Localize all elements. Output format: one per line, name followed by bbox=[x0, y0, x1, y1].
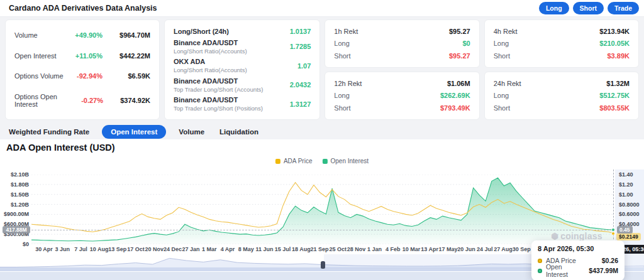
stats-cards-row: Volume +49.90% $964.70M Open Interest +1… bbox=[5, 19, 639, 120]
ratio-row: Binance ADA/USDT Top Trader Long/Short (… bbox=[165, 95, 319, 112]
rekt-short-label: Short bbox=[334, 52, 350, 60]
rekt-column-left: 1h Rekt$95.27 Long$0 Short$95.27 12h Rek… bbox=[325, 19, 479, 120]
x-axis-tick: 20 Nov bbox=[145, 246, 164, 252]
ratio-row: Long/Short (24h) 1.0137 bbox=[165, 27, 319, 36]
rekt-card-24h: 24h Rekt$1.32M Long$512.75K Short$803.55… bbox=[484, 72, 639, 120]
rekt-long-label: Long bbox=[334, 40, 349, 47]
x-axis-tick: 7 Jul bbox=[74, 246, 87, 252]
stat-change: +49.90% bbox=[75, 31, 103, 39]
ratio-row: Binance ADA/USDT Top Trader Long/Short (… bbox=[165, 77, 319, 94]
x-axis-tick: 18 Aug bbox=[292, 246, 311, 252]
y-axis-label-left: $0 bbox=[1, 241, 29, 247]
stat-value: $6.59K bbox=[103, 72, 150, 80]
y-axis-label-left: $900.00M bbox=[1, 211, 29, 217]
x-axis-tick: 3 Jun bbox=[55, 246, 70, 252]
tab-volume[interactable]: Volume bbox=[176, 125, 207, 139]
ratio-subtitle: Top Trader Long/Short (Accounts) bbox=[174, 86, 264, 94]
y-axis-label-right: $0.6000 bbox=[619, 211, 644, 217]
crosshair-horizontal bbox=[31, 230, 615, 230]
x-axis-tick: 10 Mar bbox=[402, 246, 421, 252]
legend-item-open-interest[interactable]: Open Interest bbox=[322, 158, 369, 164]
rekt-long-value: $210.05K bbox=[599, 40, 630, 47]
x-axis-tick: 30 Sep bbox=[513, 246, 531, 252]
x-axis-tick: 8 May bbox=[238, 246, 254, 252]
chart-title: ADA Open Interest (USD) bbox=[6, 143, 115, 153]
overview-stats-card: Volume +49.90% $964.70M Open Interest +1… bbox=[5, 19, 160, 120]
x-axis-tick: 11 Jun bbox=[255, 246, 273, 252]
green-dot-icon bbox=[538, 269, 542, 273]
watermark-text: coinglass bbox=[560, 231, 602, 241]
y-axis-label-left: $2.10B bbox=[1, 171, 29, 178]
rekt-total: $1.32M bbox=[606, 80, 630, 87]
tab-weighted-funding-rate[interactable]: Weighted Funding Rate bbox=[6, 125, 92, 139]
rekt-column-right: 4h Rekt$213.94K Long$210.05K Short$3.89K… bbox=[484, 19, 639, 120]
plot-area[interactable] bbox=[31, 175, 614, 244]
tooltip-value: $0.26 bbox=[602, 257, 618, 264]
y-axis-label-right: $1.20 bbox=[619, 181, 644, 188]
ratio-value: 1.3127 bbox=[290, 100, 311, 108]
x-axis-tick: 1 Jan bbox=[367, 246, 382, 252]
chart-panel: ADA Open Interest (USD) ADA Price Open I… bbox=[0, 139, 644, 272]
rekt-title: 24h Rekt bbox=[494, 80, 521, 87]
legend-swatch-yellow-icon bbox=[275, 159, 280, 164]
x-axis-tick: 24 Jul bbox=[477, 246, 493, 252]
tab-liquidation[interactable]: Liquidation bbox=[217, 125, 261, 139]
x-axis-tick: 20 Jun bbox=[457, 246, 475, 252]
rekt-long-label: Long bbox=[494, 40, 509, 47]
ratio-value: 2.0432 bbox=[290, 81, 311, 89]
stat-label: Open Interest bbox=[14, 52, 57, 60]
stat-row-volume: Volume +49.90% $964.70M bbox=[6, 31, 159, 39]
navigator-handle-left[interactable] bbox=[321, 261, 325, 269]
rekt-title: 4h Rekt bbox=[494, 28, 518, 35]
open-interest-axis-badge: 417.88M bbox=[3, 226, 30, 234]
x-axis-tick: 27 Aug bbox=[494, 246, 513, 252]
long-button[interactable]: Long bbox=[539, 2, 569, 14]
rekt-short-label: Short bbox=[494, 104, 510, 112]
ratio-value: 1.07 bbox=[297, 62, 311, 70]
legend-item-ada-price[interactable]: ADA Price bbox=[275, 158, 313, 164]
rekt-title: 1h Rekt bbox=[334, 28, 358, 35]
stat-change: -92.94% bbox=[77, 72, 103, 80]
y-axis-label-left: $1.20B bbox=[1, 202, 29, 208]
ratio-title: Long/Short (24h) bbox=[174, 27, 229, 36]
rekt-short-value: $803.55K bbox=[599, 104, 630, 112]
header: Cardano ADA Derivatives Data Analysis Lo… bbox=[0, 0, 644, 17]
main-chart-svg bbox=[31, 175, 614, 244]
stat-row-options-volume: Options Volume -92.94% $6.59K bbox=[6, 72, 159, 80]
x-axis-tick: 4 Feb bbox=[386, 246, 401, 252]
stat-label: Options Volume bbox=[14, 72, 64, 80]
rekt-long-label: Long bbox=[334, 92, 349, 99]
watermark: ⬢ coinglass bbox=[551, 231, 602, 241]
rekt-long-value: $0 bbox=[462, 40, 470, 47]
stat-value: $442.22M bbox=[103, 52, 150, 60]
x-axis-tick: 4 Apr bbox=[221, 246, 235, 252]
ratio-title: Binance ADA/USDT bbox=[174, 95, 263, 105]
tooltip-value: $437.99M bbox=[589, 267, 618, 274]
x-axis-tick: 25 Oct bbox=[329, 246, 347, 252]
short-button[interactable]: Short bbox=[573, 2, 604, 14]
rekt-total: $95.27 bbox=[449, 28, 470, 35]
x-axis-tick: 13 Apr bbox=[421, 246, 438, 252]
y-axis-label-left: $1.80B bbox=[1, 181, 29, 188]
x-axis-tick: 15 Jul bbox=[275, 246, 291, 252]
trade-button[interactable]: Trade bbox=[608, 2, 639, 14]
ratio-subtitle: Long/Short Ratio(Accounts) bbox=[174, 67, 247, 74]
ratio-row: Binance ADA/USDT Long/Short Ratio(Accoun… bbox=[165, 38, 319, 55]
x-axis-tick: 27 Jan bbox=[182, 246, 200, 252]
x-axis-tick: 10 Aug bbox=[90, 246, 109, 252]
stat-change: -0.27% bbox=[81, 97, 103, 104]
ratio-title: OKX ADA bbox=[174, 57, 247, 67]
rekt-card-4h: 4h Rekt$213.94K Long$210.05K Short$3.89K bbox=[484, 19, 639, 68]
stat-row-options-open-interest: Options Open Interest -0.27% $374.92K bbox=[6, 93, 159, 108]
tab-open-interest[interactable]: Open Interest bbox=[102, 125, 166, 139]
long-short-ratio-card: Long/Short (24h) 1.0137 Binance ADA/USDT… bbox=[164, 19, 320, 120]
rekt-short-value: $3.89K bbox=[608, 52, 630, 60]
y-axis-label-right: $1.00 bbox=[619, 191, 644, 198]
header-actions: Long Short Trade bbox=[539, 2, 639, 14]
rekt-short-value: $793.49K bbox=[440, 104, 470, 112]
legend-label: ADA Price bbox=[284, 158, 313, 164]
legend-label: Open Interest bbox=[330, 158, 369, 164]
stat-label: Options Open Interest bbox=[14, 93, 81, 108]
rekt-card-12h: 12h Rekt$1.06M Long$262.69K Short$793.49… bbox=[325, 72, 479, 120]
x-axis-tick: 17 Oct bbox=[127, 246, 145, 252]
